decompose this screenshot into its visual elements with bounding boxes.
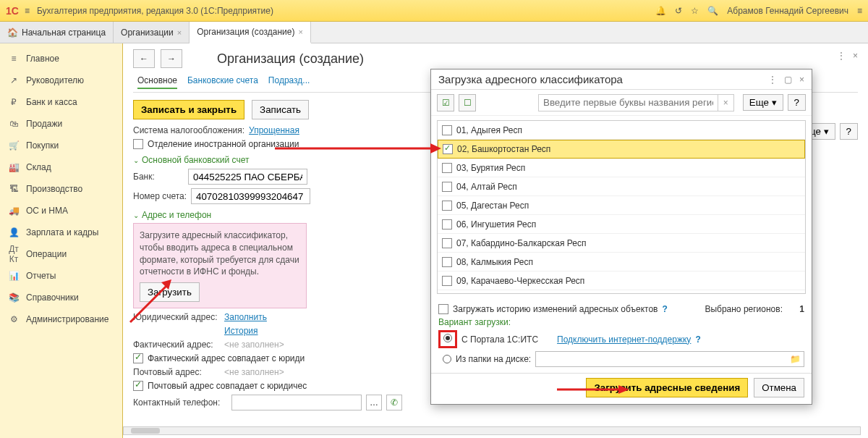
back-button[interactable]: ← [133,49,155,68]
sidebar-label: Главное [26,54,59,64]
star-icon[interactable]: ☆ [691,6,699,16]
clear-icon[interactable]: × [718,94,734,111]
region-checkbox[interactable] [442,163,452,173]
post-same-checkbox[interactable] [133,381,143,391]
horizontal-scrollbar[interactable] [123,426,861,435]
save-close-button[interactable]: Записать и закрыть [133,100,244,119]
help-button[interactable]: ? [788,94,806,111]
tax-link[interactable]: Упрощенная [249,125,299,135]
folder-radio[interactable] [443,355,451,363]
close-icon[interactable]: × [298,28,302,36]
region-list[interactable]: 01, Адыгея Респ02, Башкортостан Респ03, … [437,120,806,294]
sidebar-item[interactable]: 🛒Покупки [0,135,122,156]
call-icon[interactable]: ✆ [386,395,402,410]
search-icon[interactable]: 🔍 [707,6,718,16]
uncheck-all-button[interactable]: ☐ [459,94,476,111]
region-checkbox[interactable] [442,182,452,192]
app-title: Бухгалтерия предприятия, редакция 3.0 (1… [37,6,655,16]
region-checkbox[interactable] [443,144,453,154]
phone-input[interactable] [231,395,362,410]
sidebar-item[interactable]: 🛍Продажи [0,113,122,135]
menu-icon[interactable]: ≡ [857,6,862,16]
notice-box: Загрузите адресный классификатор, чтобы … [133,223,307,308]
folder-icon[interactable]: 📁 [790,354,801,364]
folder-path-input[interactable]: 📁 [535,351,804,367]
sidebar-item[interactable]: 📚Справочники [0,287,122,308]
dots-button[interactable]: … [366,395,382,410]
help-icon[interactable]: ? [662,304,667,314]
sidebar-item[interactable]: 🚚ОС и НМА [0,200,122,222]
region-row[interactable]: 03, Бурятия Респ [438,159,805,177]
region-checkbox[interactable] [442,219,452,229]
sidebar-item[interactable]: 👤Зарплата и кадры [0,222,122,243]
bell-icon[interactable]: 🔔 [655,6,666,16]
tab-organization-create[interactable]: Организация (создание) × [190,22,311,43]
sidebar-item[interactable]: 📊Отчеты [0,265,122,287]
close-icon[interactable]: × [853,51,858,61]
region-row[interactable]: 09, Карачаево-Черкесская Респ [438,271,805,290]
maximize-icon[interactable]: ▢ [784,75,792,85]
sidebar-item[interactable]: Дт КтОперации [0,243,122,265]
sidebar-item[interactable]: 🏭Склад [0,156,122,178]
help-icon[interactable]: ? [695,334,700,345]
check-all-button[interactable]: ☑ [437,94,454,111]
region-label: 03, Бурятия Респ [456,163,525,173]
region-label: 02, Башкортостан Респ [457,144,550,154]
region-row[interactable]: 07, Кабардино-Балкарская Респ [438,234,805,253]
sidebar-item[interactable]: ≡Главное [0,48,122,70]
foreign-checkbox[interactable] [133,139,143,149]
dialog-title: Загрузка адресного классификатора [438,73,768,85]
account-input[interactable] [191,188,310,204]
help-button[interactable]: ? [840,123,858,140]
history-checkbox[interactable] [438,304,448,314]
sidebar-icon: 📊 [9,271,19,281]
kebab-icon[interactable]: ⋮ [837,51,846,61]
user-name[interactable]: Абрамов Геннадий Сергеевич [727,6,848,16]
history-link[interactable]: История [224,326,258,336]
region-checkbox[interactable] [442,201,452,211]
post-label: Почтовый адрес: [133,367,220,377]
fact-label: Фактический адрес: [133,340,220,350]
search-input[interactable] [538,94,718,111]
submit-button[interactable]: Загрузить адресные сведения [586,378,748,397]
region-row[interactable]: 08, Калмыкия Респ [438,253,805,271]
sidebar-item[interactable]: 🏗Производство [0,178,122,200]
forward-button[interactable]: → [161,49,182,68]
region-checkbox[interactable] [442,276,452,286]
selected-count: 1 [787,304,804,314]
cancel-button[interactable]: Отмена [754,378,804,397]
tab-home[interactable]: 🏠 Начальная страница [0,22,114,43]
region-row[interactable]: 04, Алтай Респ [438,177,805,196]
tab-organizations[interactable]: Организации × [114,22,190,43]
region-checkbox[interactable] [442,257,452,267]
close-icon[interactable]: × [177,28,182,37]
portal-radio[interactable] [443,334,452,342]
subtab-dept[interactable]: Подразд... [268,75,310,89]
sidebar-item[interactable]: ₽Банк и касса [0,91,122,113]
subtab-bank[interactable]: Банковские счета [187,75,258,89]
region-row[interactable]: 01, Адыгея Респ [438,121,805,140]
history-icon[interactable]: ↺ [675,6,682,16]
save-button[interactable]: Записать [252,100,309,119]
region-row[interactable]: 05, Дагестан Респ [438,196,805,215]
sidebar-item[interactable]: ⚙Администрирование [0,308,122,330]
bank-input[interactable] [188,169,307,185]
load-button[interactable]: Загрузить [140,282,200,302]
sidebar-icon: Дт Кт [9,244,19,264]
region-row[interactable]: 02, Башкортостан Респ [438,140,805,159]
close-icon[interactable]: × [799,75,804,85]
fact-same-checkbox[interactable] [133,353,143,363]
region-row[interactable]: 06, Ингушетия Респ [438,215,805,234]
region-checkbox[interactable] [442,125,452,135]
more-button[interactable]: Еще ▾ [743,94,783,111]
folder-label: Из папки на диске: [456,354,531,364]
support-link[interactable]: Подключить интернет-поддержку [557,334,691,345]
region-label: 07, Кабардино-Балкарская Респ [456,238,586,248]
region-checkbox[interactable] [442,238,452,248]
fill-link[interactable]: Заполнить [224,312,267,322]
kebab-icon[interactable]: ⋮ [768,75,777,85]
sidebar-label: Зарплата и кадры [26,227,98,237]
burger-icon[interactable]: ≡ [25,6,30,16]
sidebar-item[interactable]: ↗Руководителю [0,70,122,91]
subtab-main[interactable]: Основное [137,75,177,89]
